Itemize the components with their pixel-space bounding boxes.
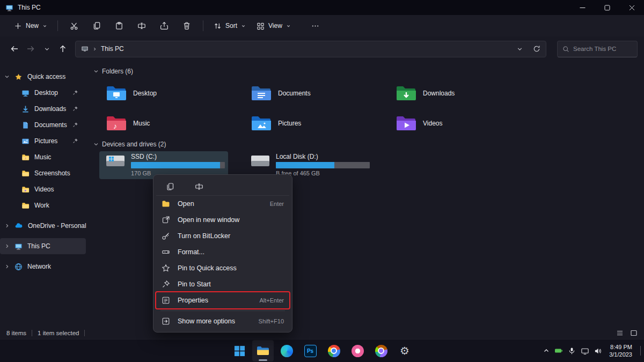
forward-button[interactable] (23, 41, 39, 57)
details-view-icon[interactable] (616, 329, 624, 337)
menu-item-label: Format... (178, 248, 284, 256)
new-button[interactable]: New (9, 18, 53, 34)
sort-icon (214, 22, 222, 30)
recent-locations-button[interactable] (39, 41, 55, 57)
menu-item-pin-quick-access[interactable]: Pin to Quick access (156, 260, 289, 276)
taskbar-browser-icon[interactable] (276, 340, 297, 361)
toolbar-divider (57, 20, 58, 31)
titlebar: This PC (0, 0, 644, 15)
taskbar-clock[interactable]: 8:49 PM 3/1/2023 (609, 343, 632, 359)
address-bar[interactable]: This PC (75, 41, 546, 57)
sidebar-item-work[interactable]: Work (0, 197, 86, 213)
view-button[interactable]: View (251, 18, 296, 34)
refresh-icon[interactable] (533, 45, 540, 53)
menu-item-properties[interactable]: Properties Alt+Enter (156, 292, 289, 308)
sidebar-item-screenshots[interactable]: Screenshots (0, 165, 86, 181)
address-dropdown-chevron-icon[interactable] (517, 46, 523, 52)
close-button[interactable] (619, 0, 644, 15)
properties-icon (162, 296, 170, 305)
folder-tile-documents[interactable]: Documents (244, 78, 389, 108)
large-icons-view-icon[interactable] (630, 329, 638, 337)
sidebar-item-this-pc[interactable]: This PC (0, 238, 86, 254)
chevron-down-icon[interactable] (4, 74, 10, 79)
microphone-icon[interactable] (568, 347, 576, 355)
folder-tile-downloads[interactable]: Downloads (389, 78, 534, 108)
folders-section-header[interactable]: Folders (6) (93, 68, 133, 75)
hidden-icons-chevron-icon[interactable] (543, 348, 550, 353)
chevron-right-icon[interactable] (4, 223, 10, 228)
sidebar-item-pictures[interactable]: Pictures (0, 133, 86, 149)
show-desktop-button[interactable] (640, 346, 641, 356)
folder-tile-pictures[interactable]: Pictures (244, 108, 389, 138)
sidebar-item-network[interactable]: Network (0, 258, 86, 275)
desktop-folder-icon (106, 85, 127, 101)
chevron-down-icon (286, 24, 291, 28)
more-options-button[interactable] (306, 18, 325, 34)
drive-usage-bar (276, 162, 370, 168)
menu-item-open-new-window[interactable]: Open in new window (156, 212, 289, 228)
folder-tile-music[interactable]: ♪ Music (99, 108, 244, 138)
star-icon (14, 73, 23, 81)
taskbar-settings-icon[interactable]: ⚙ (394, 340, 415, 361)
pin-icon (72, 122, 78, 128)
taskbar-chrome-icon[interactable] (323, 340, 345, 361)
up-button[interactable] (55, 41, 71, 57)
folder-tile-videos[interactable]: Videos (389, 108, 534, 138)
chevron-down-icon[interactable] (93, 69, 99, 74)
battery-status-icon[interactable] (554, 347, 563, 354)
rename-icon[interactable] (192, 180, 207, 194)
pin-icon (72, 90, 78, 95)
drives-section-header[interactable]: Devices and drives (2) (93, 141, 166, 148)
new-button-label: New (26, 22, 39, 29)
maximize-button[interactable] (595, 0, 619, 15)
sidebar-item-label: Downloads (34, 105, 66, 113)
chevron-down-icon[interactable] (93, 142, 99, 147)
onedrive-cloud-icon (14, 221, 23, 230)
sidebar-item-label: Desktop (34, 89, 58, 97)
sidebar-item-documents[interactable]: Documents (0, 117, 86, 133)
copy-button[interactable] (87, 18, 106, 34)
context-menu: Open Enter Open in new window Turn on Bi… (153, 174, 292, 333)
display-icon[interactable] (581, 347, 589, 355)
chevron-right-icon[interactable] (4, 264, 10, 269)
search-box[interactable] (557, 41, 638, 57)
taskbar-browser-2-icon[interactable] (370, 340, 392, 361)
start-button[interactable] (229, 340, 250, 361)
context-menu-quick-actions (156, 178, 289, 196)
copy-icon[interactable] (163, 180, 178, 194)
rename-button[interactable] (132, 18, 151, 34)
volume-icon[interactable] (594, 347, 602, 355)
sidebar-item-downloads[interactable]: Downloads (0, 101, 86, 117)
pictures-icon (21, 137, 30, 145)
breadcrumb-chevron-icon (92, 47, 97, 51)
sidebar-item-onedrive[interactable]: OneDrive - Personal (0, 218, 86, 234)
menu-item-show-more-options[interactable]: Show more options Shift+F10 (156, 313, 289, 329)
chevron-right-icon[interactable] (4, 243, 10, 249)
folder-tile-desktop[interactable]: Desktop (99, 78, 244, 108)
share-button[interactable] (155, 18, 174, 34)
menu-item-pin-to-start[interactable]: Pin to Start (156, 276, 289, 292)
breadcrumb[interactable]: This PC (101, 45, 124, 53)
taskbar-file-explorer-icon[interactable] (252, 340, 274, 361)
minimize-button[interactable] (570, 0, 595, 15)
paste-button[interactable] (109, 18, 129, 34)
back-button[interactable] (6, 41, 23, 57)
search-input[interactable] (573, 46, 632, 52)
taskbar-pink-app-icon[interactable] (347, 340, 368, 361)
hard-drive-icon (105, 152, 126, 179)
sidebar-item-videos[interactable]: Videos (0, 181, 86, 197)
menu-item-label: Properties (178, 297, 259, 304)
sidebar-item-quick-access[interactable]: Quick access (0, 69, 86, 85)
delete-button[interactable] (177, 18, 196, 34)
sidebar-item-desktop[interactable]: Desktop (0, 85, 86, 101)
menu-item-bitlocker[interactable]: Turn on BitLocker (156, 228, 289, 244)
taskbar: Ps ⚙ 8:49 PM 3/1/2023 (0, 339, 644, 362)
cut-button[interactable] (64, 18, 84, 34)
drive-usage-fill (276, 162, 334, 168)
taskbar-photoshop-icon[interactable]: Ps (299, 340, 321, 361)
sort-button[interactable]: Sort (208, 18, 251, 34)
this-pc-icon (81, 45, 89, 53)
menu-item-open[interactable]: Open Enter (156, 196, 289, 212)
sidebar-item-music[interactable]: ♪ Music (0, 149, 86, 165)
menu-item-format[interactable]: Format... (156, 244, 289, 260)
